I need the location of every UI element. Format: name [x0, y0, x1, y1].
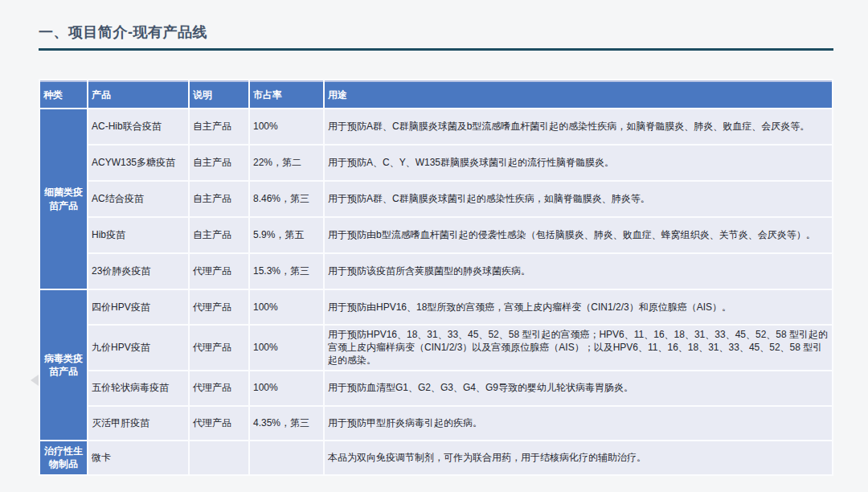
prev-slide-chevron-icon[interactable] [31, 375, 39, 386]
share-cell: 15.3%，第三 [250, 254, 323, 289]
desc-cell: 代理产品 [190, 326, 248, 370]
use-cell: 用于预防A群、C群脑膜炎球菌引起的感染性疾病，如脑脊髓膜炎、肺炎等。 [325, 182, 832, 216]
table-row: 病毒类疫苗产品 四价HPV疫苗 代理产品 100% 用于预防由HPV16、18型… [40, 290, 832, 324]
table-row: 治疗性生物制品 微卡 本品为双向免疫调节制剂，可作为联合用药，用于结核病化疗的辅… [40, 441, 832, 474]
product-cell: 五价轮状病毒疫苗 [88, 371, 188, 405]
share-cell: 5.9%，第五 [250, 218, 323, 252]
title-underline [39, 48, 833, 51]
product-cell: 四价HPV疫苗 [88, 290, 188, 324]
share-cell: 8.46%，第三 [250, 182, 323, 216]
desc-cell: 代理产品 [190, 407, 248, 440]
col-header-desc: 说明 [190, 80, 248, 108]
table-row: 细菌类疫苗产品 AC-Hib联合疫苗 自主产品 100% 用于预防A群、C群脑膜… [40, 109, 832, 144]
share-cell: 100% [250, 290, 323, 324]
product-cell: 微卡 [88, 441, 188, 474]
use-cell: 用于预防由b型流感嗜血杆菌引起的侵袭性感染（包括脑膜炎、肺炎、败血症、蜂窝组织炎… [325, 218, 832, 252]
table-row: ACYW135多糖疫苗 自主产品 22%，第二 用于预防A、C、Y、W135群脑… [40, 146, 832, 180]
product-cell: ACYW135多糖疫苗 [88, 146, 188, 180]
product-cell: 九价HPV疫苗 [88, 326, 188, 370]
category-cell: 治疗性生物制品 [40, 441, 87, 474]
product-cell: AC-Hib联合疫苗 [88, 109, 188, 144]
col-header-product: 产品 [88, 80, 188, 108]
desc-cell: 自主产品 [190, 146, 248, 180]
product-cell: 23价肺炎疫苗 [88, 254, 188, 289]
use-cell: 用于预防HPV16、18、31、33、45、52、58 型引起的宫颈癌；HPV6… [325, 326, 832, 370]
product-cell: 灭活甲肝疫苗 [88, 407, 188, 440]
desc-cell: 自主产品 [190, 182, 248, 216]
page-title: 一、项目简介-现有产品线 [39, 23, 207, 42]
share-cell: 100% [250, 326, 323, 370]
table-row: 五价轮状病毒疫苗 代理产品 100% 用于预防血清型G1、G2、G3、G4、G9… [40, 371, 832, 405]
col-header-category: 种类 [40, 80, 87, 108]
desc-cell: 代理产品 [190, 371, 248, 405]
share-cell [250, 441, 323, 474]
table-row: 灭活甲肝疫苗 代理产品 4.35%，第三 用于预防甲型肝炎病毒引起的疾病。 [40, 407, 832, 440]
use-cell: 本品为双向免疫调节制剂，可作为联合用药，用于结核病化疗的辅助治疗。 [325, 441, 832, 474]
share-cell: 22%，第二 [250, 146, 323, 180]
use-cell: 用于预防A、C、Y、W135群脑膜炎球菌引起的流行性脑脊髓膜炎。 [325, 146, 832, 180]
share-cell: 100% [250, 109, 323, 144]
use-cell: 用于预防甲型肝炎病毒引起的疾病。 [325, 407, 832, 440]
use-cell: 用于预防该疫苗所含荚膜菌型的肺炎球菌疾病。 [325, 254, 832, 289]
desc-cell: 代理产品 [190, 290, 248, 324]
category-cell: 病毒类疫苗产品 [40, 290, 87, 440]
category-cell: 细菌类疫苗产品 [40, 109, 87, 289]
product-cell: Hib疫苗 [88, 218, 188, 252]
product-cell: AC结合疫苗 [88, 182, 188, 216]
table-row: AC结合疫苗 自主产品 8.46%，第三 用于预防A群、C群脑膜炎球菌引起的感染… [40, 182, 832, 216]
table-row: 九价HPV疫苗 代理产品 100% 用于预防HPV16、18、31、33、45、… [40, 326, 832, 370]
desc-cell: 自主产品 [190, 218, 248, 252]
product-line-table: 种类 产品 说明 市占率 用途 细菌类疫苗产品 AC-Hib联合疫苗 自主产品 … [39, 79, 833, 476]
desc-cell: 自主产品 [190, 109, 248, 144]
share-cell: 4.35%，第三 [250, 407, 323, 440]
table-row: Hib疫苗 自主产品 5.9%，第五 用于预防由b型流感嗜血杆菌引起的侵袭性感染… [40, 218, 832, 252]
use-cell: 用于预防由HPV16、18型所致的宫颈癌，宫颈上皮内瘤样变（CIN1/2/3）和… [325, 290, 832, 324]
table-header-row: 种类 产品 说明 市占率 用途 [40, 80, 832, 108]
desc-cell: 代理产品 [190, 254, 248, 289]
slide: 一、项目简介-现有产品线 种类 产品 说明 市占率 用途 细菌类疫苗产品 AC-… [0, 0, 868, 492]
desc-cell [190, 441, 248, 474]
share-cell: 100% [250, 371, 323, 405]
use-cell: 用于预防A群、C群脑膜炎球菌及b型流感嗜血杆菌引起的感染性疾病，如脑脊髓膜炎、肺… [325, 109, 832, 144]
use-cell: 用于预防血清型G1、G2、G3、G4、G9导致的婴幼儿轮状病毒胃肠炎。 [325, 371, 832, 405]
table-row: 23价肺炎疫苗 代理产品 15.3%，第三 用于预防该疫苗所含荚膜菌型的肺炎球菌… [40, 254, 832, 289]
col-header-use: 用途 [325, 80, 832, 108]
col-header-share: 市占率 [250, 80, 323, 108]
